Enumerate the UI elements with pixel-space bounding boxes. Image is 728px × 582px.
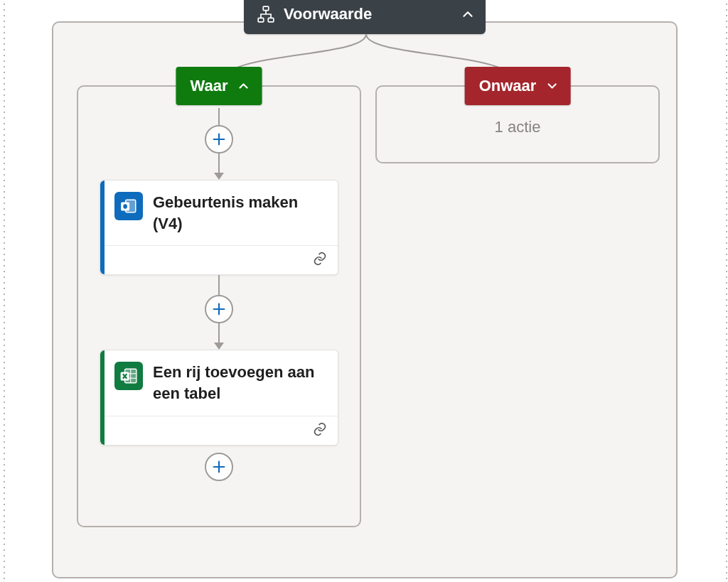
add-action-button[interactable] xyxy=(205,125,233,153)
svg-point-6 xyxy=(123,204,127,209)
flow-connector xyxy=(218,153,220,173)
flow-connector xyxy=(218,275,220,295)
card-accent-stripe xyxy=(100,350,105,444)
add-action-button[interactable] xyxy=(205,295,233,323)
svg-rect-1 xyxy=(258,18,264,21)
flow-connector xyxy=(218,323,220,343)
condition-header[interactable]: Voorwaarde xyxy=(244,0,486,34)
link-icon xyxy=(312,251,328,269)
flow-connector xyxy=(218,108,220,125)
outlook-icon xyxy=(114,192,143,220)
flow-arrow-icon xyxy=(214,343,224,350)
true-branch-flow: Gebeurtenis maken (V4) xyxy=(78,108,360,516)
page-guide-right xyxy=(722,0,728,582)
action-card-title: Een rij toevoegen aan een tabel xyxy=(153,362,326,404)
action-card-outlook-create-event[interactable]: Gebeurtenis maken (V4) xyxy=(100,180,338,275)
flow-arrow-icon xyxy=(214,173,224,180)
condition-icon xyxy=(257,5,275,23)
chevron-up-icon xyxy=(460,6,476,22)
card-accent-stripe xyxy=(100,180,105,274)
true-branch-header[interactable]: Waar xyxy=(176,67,262,105)
false-branch-container: Onwaar 1 actie xyxy=(375,85,660,163)
svg-rect-2 xyxy=(268,18,274,21)
excel-icon xyxy=(114,362,143,390)
true-branch-label: Waar xyxy=(191,77,228,95)
add-action-button[interactable] xyxy=(205,453,233,481)
condition-container: Voorwaarde Waar xyxy=(52,21,678,578)
page-guide-left xyxy=(0,0,6,582)
chevron-down-icon xyxy=(545,79,559,93)
false-branch-label: Onwaar xyxy=(479,77,537,95)
action-card-title: Gebeurtenis maken (V4) xyxy=(153,192,326,234)
false-branch-summary: 1 actie xyxy=(377,118,658,136)
condition-title: Voorwaarde xyxy=(275,5,460,23)
false-branch-header[interactable]: Onwaar xyxy=(465,67,571,105)
link-icon xyxy=(312,421,328,440)
true-branch-container: Waar xyxy=(77,85,361,527)
chevron-up-icon xyxy=(236,79,250,93)
action-card-excel-add-row[interactable]: Een rij toevoegen aan een tabel xyxy=(100,350,338,445)
svg-rect-0 xyxy=(263,6,269,10)
